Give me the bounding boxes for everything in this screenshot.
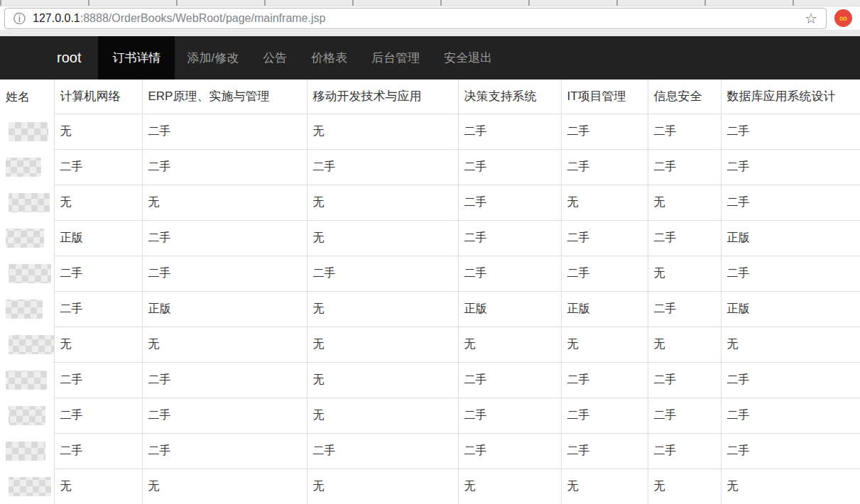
order-status-cell: 二手 (561, 433, 648, 469)
redacted-name (6, 371, 47, 390)
order-status-cell: 无 (648, 469, 721, 504)
order-status-cell: 二手 (54, 256, 142, 291)
order-status-cell: 二手 (54, 362, 142, 398)
redacted-name (9, 477, 51, 496)
table-header-row: 姓名计算机网络ERP原理、实施与管理移动开发技术与应用决策支持系统IT项目管理信… (0, 80, 860, 114)
column-header-2: 计算机网络 (54, 80, 142, 114)
navbar-item-1[interactable]: 订书详情 (98, 36, 175, 80)
order-status-cell: 正版 (561, 291, 648, 327)
order-status-cell: 无 (458, 327, 561, 362)
redacted-name (9, 122, 48, 141)
navbar-item-3[interactable]: 公告 (251, 36, 299, 80)
order-status-cell: 二手 (561, 362, 648, 398)
order-status-cell: 二手 (721, 256, 860, 291)
order-status-cell: 二手 (458, 114, 561, 149)
order-status-cell: 二手 (458, 362, 561, 398)
url-bar[interactable]: ⓘ 127.0.0.1 :8888/OrderBooks/WebRoot/pag… (4, 8, 827, 29)
redacted-name (9, 264, 51, 283)
table-row: 二手正版无正版正版二手正版 (0, 291, 860, 327)
order-status-cell: 无 (142, 185, 307, 220)
order-status-cell: 无 (54, 114, 142, 149)
name-cell (0, 256, 54, 291)
table-row: 无无无无无无无 (0, 327, 860, 362)
bookmark-star-icon[interactable]: ☆ (805, 11, 817, 26)
navbar-item-6[interactable]: 安全退出 (432, 36, 504, 80)
column-header-3: ERP原理、实施与管理 (142, 80, 307, 114)
table-row: 二手二手无二手二手二手二手 (0, 398, 860, 433)
navbar-items: 订书详情添加/修改公告价格表后台管理安全退出 (98, 36, 504, 80)
order-status-cell: 二手 (142, 149, 307, 185)
redacted-name (9, 406, 45, 425)
name-cell (0, 469, 54, 504)
order-status-cell: 二手 (648, 291, 721, 327)
order-status-cell: 无 (54, 469, 142, 504)
order-status-cell: 二手 (721, 398, 860, 433)
column-header-6: IT项目管理 (561, 80, 648, 114)
order-status-cell: 无 (307, 291, 458, 327)
order-status-cell: 无 (307, 327, 458, 362)
table-row: 无无无无无无无 (0, 469, 860, 504)
navbar-item-5[interactable]: 后台管理 (359, 36, 432, 80)
order-status-cell: 无 (648, 185, 721, 220)
order-status-cell: 无 (307, 362, 458, 398)
order-status-cell: 二手 (721, 149, 860, 185)
order-status-cell: 二手 (648, 114, 721, 149)
order-status-cell: 二手 (721, 433, 860, 469)
redacted-name (6, 229, 44, 248)
name-cell (0, 185, 54, 220)
order-status-cell: 二手 (458, 220, 561, 256)
order-status-cell: 无 (458, 469, 561, 504)
url-host-text: 127.0.0.1 (33, 12, 80, 25)
redacted-name (9, 193, 50, 212)
order-status-cell: 二手 (648, 433, 721, 469)
order-status-cell: 二手 (458, 398, 561, 433)
extension-icon[interactable]: ∞ (834, 9, 852, 27)
table-row: 无无无二手无无二手 (0, 185, 860, 220)
redacted-name (9, 335, 54, 354)
order-status-cell: 无 (648, 256, 721, 291)
order-status-cell: 二手 (458, 433, 561, 469)
redacted-name (6, 300, 43, 319)
order-status-cell: 正版 (721, 291, 860, 327)
order-status-cell: 二手 (561, 398, 648, 433)
order-status-cell: 无 (721, 327, 860, 362)
name-cell (0, 362, 54, 398)
order-status-cell: 二手 (458, 149, 561, 185)
order-status-cell: 无 (142, 327, 307, 362)
navbar-item-2[interactable]: 添加/修改 (175, 36, 251, 80)
order-status-cell: 二手 (561, 220, 648, 256)
main-navbar: root 订书详情添加/修改公告价格表后台管理安全退出 (0, 36, 860, 80)
order-status-cell: 二手 (307, 256, 458, 291)
name-cell (0, 114, 54, 149)
name-cell (0, 291, 54, 327)
name-cell (0, 220, 54, 256)
order-status-cell: 正版 (721, 220, 860, 256)
order-status-cell: 无 (307, 398, 458, 433)
table-row: 正版二手无二手二手二手正版 (0, 220, 860, 256)
order-status-cell: 无 (561, 327, 648, 362)
order-status-cell: 二手 (458, 185, 561, 220)
column-header-8: 数据库应用系统设计 (721, 80, 860, 114)
order-status-cell: 无 (142, 469, 307, 504)
table-row: 二手二手无二手二手二手二手 (0, 362, 860, 398)
navbar-item-4[interactable]: 价格表 (299, 36, 359, 80)
page-info-icon[interactable]: ⓘ (13, 13, 26, 25)
order-status-cell: 正版 (458, 291, 561, 327)
table-row: 无二手无二手二手二手二手 (0, 114, 860, 149)
order-status-cell: 二手 (142, 433, 307, 469)
order-status-cell: 无 (307, 220, 458, 256)
table-row: 二手二手二手二手二手二手二手 (0, 433, 860, 469)
order-status-cell: 二手 (721, 362, 860, 398)
name-cell (0, 149, 54, 185)
navbar-brand-root[interactable]: root (0, 36, 98, 80)
order-status-cell: 二手 (561, 256, 648, 291)
browser-url-row: ⓘ 127.0.0.1 :8888/OrderBooks/WebRoot/pag… (0, 6, 860, 30)
order-status-cell: 无 (648, 327, 721, 362)
order-status-cell: 无 (307, 469, 458, 504)
name-cell (0, 433, 54, 469)
url-path-text: :8888/OrderBooks/WebRoot/page/mainframe.… (80, 12, 326, 25)
order-status-cell: 无 (721, 469, 860, 504)
order-status-cell: 无 (561, 469, 648, 504)
order-status-cell: 二手 (458, 256, 561, 291)
redacted-name (6, 158, 41, 177)
